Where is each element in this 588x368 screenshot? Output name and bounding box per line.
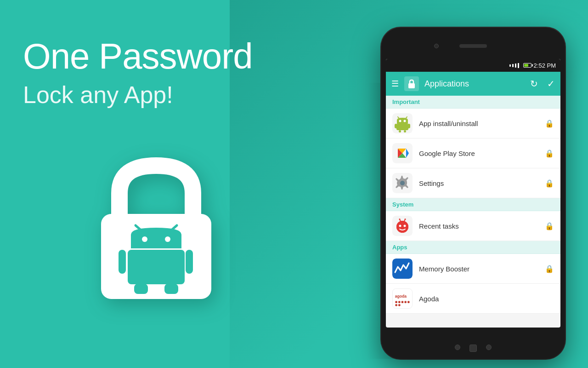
svg-point-43 [398,301,401,303]
svg-rect-8 [134,284,148,294]
svg-point-32 [396,221,408,233]
svg-rect-9 [164,284,178,294]
playstore-icon-svg [392,143,413,163]
lock-badge-memory-booster: 🔒 [545,264,554,273]
check-icon[interactable]: ✓ [547,78,555,89]
signal-bar-1 [509,64,511,67]
left-content: One Password Lock any App! [23,37,289,109]
phone-screen: 2:52 PM ☰ Applications ↻ ✓ Important [386,59,560,328]
memory-booster-icon-svg [392,259,413,279]
signal-bar-4 [518,63,519,68]
phone-top-bar [381,37,565,55]
app-icon-settings [392,173,413,193]
svg-point-42 [395,301,397,303]
signal-bar-3 [515,63,516,68]
svg-rect-10 [408,83,415,88]
sub-title: Lock any App! [23,81,289,109]
list-item-settings[interactable]: Settings 🔒 [386,168,560,198]
phone-container: 2:52 PM ☰ Applications ↻ ✓ Important [381,28,565,359]
app-icon-recent-tasks [392,216,413,236]
phone-recent-button[interactable] [486,345,492,350]
app-icon-memory-booster [392,259,413,279]
svg-point-38 [405,218,406,220]
lock-badge-install: 🔒 [545,119,554,128]
phone-body: 2:52 PM ☰ Applications ↻ ✓ Important [381,28,565,359]
app-name-agoda: Agoda [419,295,554,303]
app-name-playstore: Google Play Store [419,150,538,157]
lock-badge-playstore: 🔒 [545,149,554,158]
phone-back-button[interactable] [455,345,460,350]
battery-icon [523,63,531,68]
svg-rect-7 [186,250,193,274]
battery-fill [524,64,529,67]
svg-point-46 [407,301,410,303]
list-item-app-install[interactable]: App install/uninstall 🔒 [386,109,560,138]
phone-camera [434,44,439,48]
svg-rect-20 [404,130,406,132]
svg-point-44 [401,301,404,303]
lock-icon-container [92,152,220,304]
svg-point-34 [404,225,406,227]
signal-bars [509,63,519,68]
svg-point-45 [404,301,407,303]
svg-rect-17 [395,124,397,128]
svg-rect-19 [399,130,401,132]
section-header-system: System [386,198,560,211]
svg-point-33 [399,225,401,227]
status-time: 2:52 PM [534,62,556,69]
svg-point-4 [165,236,170,242]
svg-rect-18 [407,124,410,128]
lock-badge-recent-tasks: 🔒 [545,222,554,230]
list-item-memory-booster[interactable]: Memory Booster 🔒 [386,254,560,284]
signal-bar-2 [512,64,514,67]
lock-badge-settings: 🔒 [545,179,554,188]
svg-point-3 [142,236,147,242]
status-bar: 2:52 PM [386,59,560,72]
svg-point-14 [399,120,401,122]
app-icon-playstore [392,143,413,163]
phone-speaker [459,44,487,48]
svg-point-29 [400,181,405,185]
app-icon-agoda: agoda [392,288,413,309]
app-name-install: App install/uninstall [419,120,538,127]
main-title: One Password [23,37,289,76]
app-name-settings: Settings [419,179,538,187]
android-icon-svg [392,113,413,133]
lock-icon [407,79,416,88]
list-item-agoda[interactable]: agoda Agoda [386,284,560,314]
app-bar[interactable]: ☰ Applications ↻ ✓ [386,72,560,96]
svg-text:agoda: agoda [395,294,407,299]
svg-point-37 [399,218,401,220]
settings-icon-svg [392,173,413,193]
app-bar-lock-icon [404,76,419,91]
list-item-recent-tasks[interactable]: Recent tasks 🔒 [386,211,560,241]
refresh-icon[interactable]: ↻ [530,78,538,89]
svg-rect-6 [119,250,126,274]
app-bar-title: Applications [424,79,525,89]
section-header-important: Important [386,96,560,109]
app-name-recent-tasks: Recent tasks [419,222,538,230]
svg-rect-5 [128,250,185,284]
svg-point-47 [395,304,397,306]
app-name-memory-booster: Memory Booster [419,265,538,273]
svg-point-15 [404,120,406,122]
menu-icon[interactable]: ☰ [391,79,399,89]
phone-home-button[interactable] [469,345,477,352]
app-icon-android [392,113,413,133]
agoda-icon-svg: agoda [393,288,412,309]
list-item-playstore[interactable]: Google Play Store 🔒 [386,138,560,168]
recent-tasks-icon-svg [392,216,413,236]
svg-point-48 [398,304,401,306]
section-header-apps: Apps [386,241,560,254]
phone-bottom-buttons [381,345,565,352]
svg-rect-39 [392,259,413,279]
svg-rect-16 [396,124,408,130]
lock-with-android-svg [92,152,220,304]
